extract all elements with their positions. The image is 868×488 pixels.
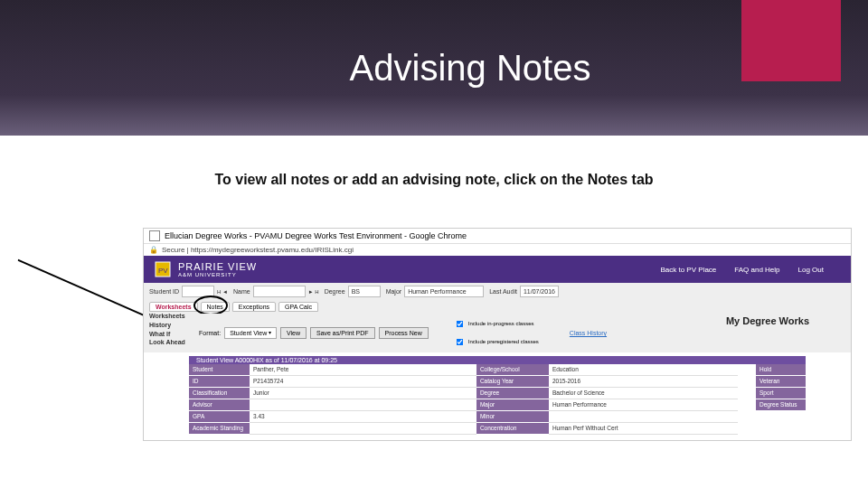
tab-exceptions[interactable]: Exceptions (232, 302, 276, 312)
side-history[interactable]: History (149, 321, 185, 330)
student-view-bar: Student View A0000HIX as of 11/07/2016 a… (189, 356, 806, 364)
val-advisor (250, 399, 476, 411)
name-label: Name (233, 288, 250, 295)
chrome-tab-title: Ellucian Degree Works - PVAMU Degree Wor… (165, 231, 467, 240)
val-major: Human Performance (549, 399, 738, 411)
side-worksheets[interactable]: Worksheets (149, 312, 185, 321)
left-value-column: Panther, Pete P21435724 Junior 3.43 (250, 364, 476, 435)
chrome-title-bar: Ellucian Degree Works - PVAMU Degree Wor… (144, 229, 851, 244)
degree-label: Degree (325, 288, 345, 295)
val-gpa: 3.43 (250, 411, 476, 423)
browser-window: Ellucian Degree Works - PVAMU Degree Wor… (143, 228, 852, 441)
val-minor (549, 411, 738, 423)
val-concentration: Human Perf Without Cert (549, 423, 738, 435)
lbl-degree-status: Degree Status (756, 399, 806, 411)
lock-icon: 🔒 (149, 246, 158, 254)
side-whatif[interactable]: What If (149, 330, 185, 339)
lbl-sport: Sport (756, 388, 806, 399)
url-text: https://mydegreeworkstest.pvamu.edu/IRIS… (191, 246, 354, 254)
page-icon (149, 230, 160, 241)
tab-notes[interactable]: Notes (201, 302, 230, 312)
secure-label: Secure (162, 246, 184, 254)
format-label: Format: (199, 330, 221, 336)
lbl-veteran: Veteran (756, 376, 806, 388)
lbl-academic-standing: Academic Standing (189, 423, 250, 435)
view-button[interactable]: View (280, 327, 307, 339)
lbl-major: Major (476, 399, 549, 411)
save-pdf-button[interactable]: Save as/Print PDF (310, 327, 375, 339)
sid-input[interactable] (182, 286, 214, 297)
accent-box (741, 0, 841, 81)
header-links: Back to PV Place FAQ and Help Log Out (660, 266, 842, 274)
name-input[interactable] (253, 286, 306, 297)
chevron-down-icon: ▾ (267, 328, 271, 338)
last-audit-value: 11/07/2016 (520, 286, 559, 297)
status-column: Hold Veteran Sport Degree Status (756, 364, 806, 435)
val-classification: Junior (250, 388, 476, 399)
process-new-button[interactable]: Process New (379, 327, 429, 339)
faq-link[interactable]: FAQ and Help (734, 266, 779, 274)
format-value: Student View (230, 328, 267, 338)
lbl-college: College/School (476, 364, 549, 376)
right-value-column: Education 2015-2016 Bachelor of Science … (549, 364, 738, 435)
tab-worksheets[interactable]: Worksheets (149, 302, 198, 312)
lbl-classification: Classification (189, 388, 250, 399)
include-inprogress[interactable]: Include in-progress classes (450, 315, 539, 333)
svg-line-0 (12, 260, 156, 318)
lbl-catalog-year: Catalog Year (476, 376, 549, 388)
lbl-hold: Hold (756, 364, 806, 376)
format-select[interactable]: Student View ▾ (224, 327, 277, 339)
side-nav: Worksheets History What If Look Ahead (149, 312, 185, 347)
university-logo: PV (153, 259, 173, 279)
lbl-student: Student (189, 364, 250, 376)
degree-value[interactable]: BS (348, 286, 381, 297)
side-lookahead[interactable]: Look Ahead (149, 338, 185, 347)
prereg-label: Include preregistered classes (468, 339, 539, 344)
logout-link[interactable]: Log Out (798, 266, 824, 274)
lbl-degree: Degree (476, 388, 549, 399)
lbl-gpa: GPA (189, 411, 250, 423)
lbl-id: ID (189, 376, 250, 388)
nav-next[interactable]: ► H (308, 289, 319, 295)
university-subname: A&M UNIVERSITY (178, 272, 257, 277)
include-prereg[interactable]: Include preregistered classes (450, 333, 539, 351)
inprogress-label: Include in-progress classes (468, 321, 534, 326)
student-info-row: Student ID H ◄ Name ► H Degree BS Major … (144, 283, 851, 300)
nav-prev[interactable]: H ◄ (217, 289, 228, 295)
tab-gpa-calc[interactable]: GPA Calc (278, 302, 318, 312)
instruction-text: To view all notes or add an advising not… (0, 172, 868, 188)
sid-label: Student ID (149, 288, 179, 295)
inprogress-checkbox[interactable] (456, 321, 463, 328)
lbl-concentration: Concentration (476, 423, 549, 435)
right-header-column: College/School Catalog Year Degree Major… (476, 364, 549, 435)
val-catalog-year: 2015-2016 (549, 376, 738, 388)
worksheet-row: Worksheets History What If Look Ahead Fo… (144, 314, 851, 352)
major-label: Major (386, 288, 402, 295)
main-tabs: Worksheets Notes Exceptions GPA Calc (144, 300, 851, 314)
university-name: PRAIRIE VIEW (178, 261, 257, 272)
class-history-link[interactable]: Class History (570, 330, 607, 336)
val-college: Education (549, 364, 738, 376)
svg-text:PV: PV (158, 267, 168, 275)
slide-title: Advising Notes (350, 48, 591, 89)
val-degree: Bachelor of Science (549, 388, 738, 399)
val-id: P21435724 (250, 376, 476, 388)
lbl-minor: Minor (476, 411, 549, 423)
prereg-checkbox[interactable] (456, 339, 463, 346)
left-header-column: Student ID Classification Advisor GPA Ac… (189, 364, 250, 435)
my-degree-works-title: My Degree Works (726, 315, 809, 351)
student-data-grid: Student ID Classification Advisor GPA Ac… (189, 364, 806, 435)
val-academic-standing (250, 423, 476, 435)
university-banner: PV PRAIRIE VIEW A&M UNIVERSITY Back to P… (144, 256, 851, 283)
val-student: Panther, Pete (250, 364, 476, 376)
lbl-advisor: Advisor (189, 399, 250, 411)
last-audit-label: Last Audit (489, 288, 517, 295)
slide-header: Advising Notes (0, 0, 868, 136)
address-bar[interactable]: 🔒 Secure | https://mydegreeworkstest.pva… (144, 244, 851, 256)
back-link[interactable]: Back to PV Place (660, 266, 716, 274)
major-value[interactable]: Human Performance (404, 286, 484, 297)
